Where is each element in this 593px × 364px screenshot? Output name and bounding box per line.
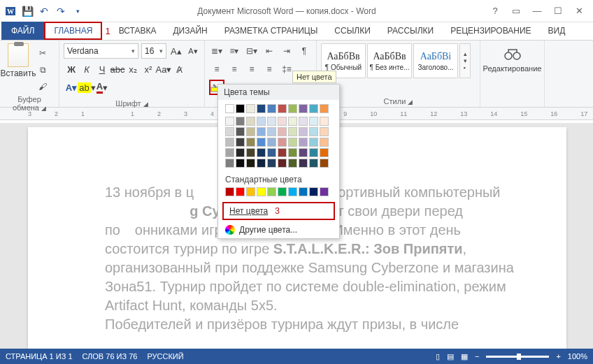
color-swatch[interactable] [236, 187, 245, 196]
color-swatch[interactable] [225, 148, 234, 157]
find-button[interactable]: Редактирование [485, 43, 540, 105]
color-swatch[interactable] [278, 104, 287, 113]
style-heading1[interactable]: АаБбВіЗаголово... [413, 43, 458, 78]
font-color-icon[interactable]: A▾ [94, 80, 110, 95]
zoom-out-button[interactable]: − [475, 352, 479, 361]
color-swatch[interactable] [236, 104, 245, 113]
color-swatch[interactable] [278, 159, 287, 168]
color-swatch[interactable] [246, 159, 255, 168]
color-swatch[interactable] [267, 117, 276, 126]
subscript-button[interactable]: x₂ [125, 61, 141, 77]
color-swatch[interactable] [225, 187, 234, 196]
color-swatch[interactable] [267, 127, 276, 136]
ribbon-options-icon[interactable]: ▭ [506, 3, 526, 19]
font-size-combo[interactable]: 16▾ [141, 43, 166, 59]
underline-button[interactable]: Ч [94, 61, 110, 77]
color-swatch[interactable] [225, 138, 234, 147]
color-swatch[interactable] [320, 104, 329, 113]
color-swatch[interactable] [236, 159, 245, 168]
text-effects-icon[interactable]: A▾ [64, 80, 79, 95]
view-print-icon[interactable]: ▤ [447, 352, 454, 361]
bullets-icon[interactable]: ≣▾ [209, 43, 224, 59]
tab-review[interactable]: РЕЦЕНЗИРОВАНИЕ [442, 22, 539, 40]
color-swatch[interactable] [246, 148, 255, 157]
numbering-icon[interactable]: ≡▾ [227, 43, 242, 59]
color-swatch[interactable] [257, 117, 266, 126]
tab-file[interactable]: ФАЙЛ [1, 22, 44, 40]
status-word-count[interactable]: СЛОВ 76 ИЗ 76 [83, 352, 138, 361]
color-swatch[interactable] [309, 187, 318, 196]
color-swatch[interactable] [288, 148, 297, 157]
color-swatch[interactable] [257, 148, 266, 157]
color-swatch[interactable] [309, 104, 318, 113]
align-justify-icon[interactable]: ≡ [262, 61, 277, 77]
color-swatch[interactable] [257, 159, 266, 168]
tab-insert[interactable]: ВСТАВКА [110, 22, 165, 40]
color-swatch[interactable] [246, 187, 255, 196]
undo-icon[interactable]: ↶ [36, 3, 52, 19]
color-swatch[interactable] [320, 117, 329, 126]
color-swatch[interactable] [299, 159, 308, 168]
tab-view[interactable]: ВИД [540, 22, 574, 40]
color-swatch[interactable] [246, 104, 255, 113]
tab-references[interactable]: ССЫЛКИ [326, 22, 378, 40]
color-swatch[interactable] [288, 138, 297, 147]
color-swatch[interactable] [267, 138, 276, 147]
align-right-icon[interactable]: ≡ [244, 61, 259, 77]
shrink-font-icon[interactable]: A▾ [186, 43, 200, 59]
tab-layout[interactable]: РАЗМЕТКА СТРАНИЦЫ [216, 22, 327, 40]
status-language[interactable]: РУССКИЙ [147, 352, 183, 361]
style-no-spacing[interactable]: АаБбВв¶ Без инте... [367, 43, 412, 78]
color-swatch[interactable] [288, 117, 297, 126]
color-swatch[interactable] [246, 127, 255, 136]
color-swatch[interactable] [309, 148, 318, 157]
color-swatch[interactable] [309, 127, 318, 136]
font-name-combo[interactable]: Verdana▾ [64, 43, 138, 59]
decrease-indent-icon[interactable]: ⇤ [262, 43, 277, 59]
color-swatch[interactable] [236, 117, 245, 126]
zoom-slider[interactable] [486, 356, 549, 358]
color-swatch[interactable] [267, 187, 276, 196]
tab-design[interactable]: ДИЗАЙН [164, 22, 215, 40]
no-color-button[interactable]: Нет цвета 3 [222, 202, 335, 220]
clear-formatting-icon[interactable]: A̷ [171, 61, 187, 77]
paste-button[interactable]: Вставить [4, 43, 32, 94]
zoom-level[interactable]: 100% [568, 352, 587, 361]
align-center-icon[interactable]: ≡ [227, 61, 242, 77]
color-swatch[interactable] [267, 148, 276, 157]
copy-icon[interactable]: ⧉ [35, 63, 50, 77]
format-painter-icon[interactable]: 🖌 [35, 80, 50, 94]
color-swatch[interactable] [320, 159, 329, 168]
color-swatch[interactable] [309, 159, 318, 168]
color-swatch[interactable] [299, 104, 308, 113]
strikethrough-button[interactable]: abc [110, 61, 125, 77]
italic-button[interactable]: К [79, 61, 94, 77]
redo-icon[interactable]: ↷ [53, 3, 69, 19]
multilevel-icon[interactable]: ⊟▾ [244, 43, 259, 59]
align-left-icon[interactable]: ≡ [209, 61, 224, 77]
color-swatch[interactable] [267, 104, 276, 113]
status-page[interactable]: СТРАНИЦА 1 ИЗ 1 [6, 352, 73, 361]
color-swatch[interactable] [246, 138, 255, 147]
superscript-button[interactable]: x² [141, 61, 156, 77]
color-swatch[interactable] [288, 159, 297, 168]
color-swatch[interactable] [257, 187, 266, 196]
grow-font-icon[interactable]: A▴ [169, 43, 183, 59]
color-swatch[interactable] [236, 127, 245, 136]
color-swatch[interactable] [267, 159, 276, 168]
color-swatch[interactable] [278, 187, 287, 196]
color-swatch[interactable] [246, 117, 255, 126]
color-swatch[interactable] [288, 104, 297, 113]
color-swatch[interactable] [236, 138, 245, 147]
color-swatch[interactable] [278, 117, 287, 126]
view-read-icon[interactable]: ▯ [436, 352, 440, 361]
save-icon[interactable]: 💾 [20, 3, 35, 19]
color-swatch[interactable] [225, 127, 234, 136]
color-swatch[interactable] [257, 138, 266, 147]
word-app-icon[interactable]: W [3, 3, 18, 19]
color-swatch[interactable] [299, 117, 308, 126]
color-swatch[interactable] [225, 117, 234, 126]
more-colors-button[interactable]: Другие цвета... Нет цвета [218, 221, 339, 238]
color-swatch[interactable] [236, 148, 245, 157]
help-icon[interactable]: ? [485, 3, 505, 19]
